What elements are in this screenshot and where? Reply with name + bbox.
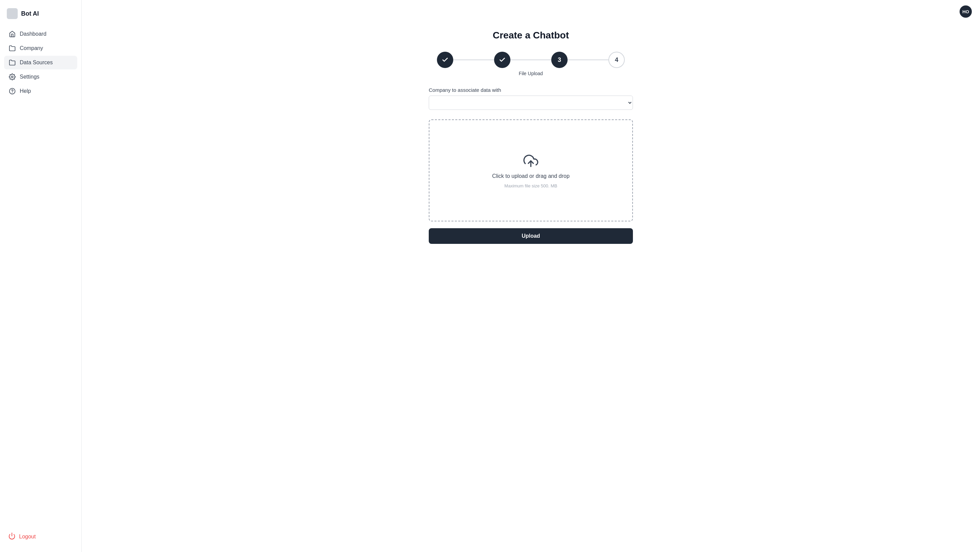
user-avatar: HO <box>959 5 972 18</box>
sidebar-item-dashboard-label: Dashboard <box>20 31 46 37</box>
folder-icon-company <box>9 45 16 52</box>
sidebar-item-data-sources[interactable]: Data Sources <box>4 56 77 70</box>
step-4-number: 4 <box>615 57 618 63</box>
logout-icon <box>8 532 16 541</box>
sidebar-item-company[interactable]: Company <box>4 41 77 55</box>
upload-subtext: Maximum file size 500. MB <box>504 183 557 189</box>
company-field-label: Company to associate data with <box>429 87 633 93</box>
step-4: 4 <box>608 52 625 68</box>
logout-button[interactable]: Logout <box>8 532 73 541</box>
content-area: Create a Chatbot 3 <box>82 23 980 552</box>
folder-icon-data-sources <box>9 59 16 66</box>
upload-button[interactable]: Upload <box>429 228 633 244</box>
sidebar-item-help-label: Help <box>20 88 31 94</box>
page-title: Create a Chatbot <box>493 30 569 41</box>
app-logo <box>7 8 18 19</box>
sidebar-item-settings[interactable]: Settings <box>4 70 77 84</box>
help-icon <box>9 88 16 95</box>
home-icon <box>9 31 16 37</box>
sidebar-header: Bot AI <box>0 5 81 27</box>
sidebar-item-help[interactable]: Help <box>4 84 77 98</box>
step-line-1-2 <box>453 60 494 60</box>
logout-label: Logout <box>19 534 36 540</box>
upload-area[interactable]: Click to upload or drag and drop Maximum… <box>429 119 633 221</box>
upload-text: Click to upload or drag and drop <box>492 173 570 179</box>
sidebar-item-data-sources-label: Data Sources <box>20 60 53 66</box>
step-label: File Upload <box>519 71 543 76</box>
company-select[interactable] <box>429 95 633 110</box>
sidebar: Bot AI Dashboard Company <box>0 0 82 552</box>
app-title: Bot AI <box>21 10 39 17</box>
svg-point-0 <box>11 76 13 78</box>
sidebar-item-dashboard[interactable]: Dashboard <box>4 27 77 41</box>
steps-container: 3 4 <box>437 52 625 68</box>
form-container: Company to associate data with Click to … <box>429 87 633 244</box>
step-3-number: 3 <box>558 57 561 63</box>
sidebar-item-settings-label: Settings <box>20 74 40 80</box>
step-line-3-4 <box>568 60 608 60</box>
step-2 <box>494 52 511 68</box>
step-3: 3 <box>551 52 568 68</box>
step-1 <box>437 52 453 68</box>
topbar: HO <box>82 0 980 23</box>
upload-icon <box>523 153 539 169</box>
sidebar-item-company-label: Company <box>20 45 43 51</box>
sidebar-footer: Logout <box>0 527 81 547</box>
step-line-2-3 <box>511 60 551 60</box>
sidebar-nav: Dashboard Company Data Sources <box>0 27 81 527</box>
gear-icon <box>9 73 16 80</box>
main-content: HO Create a Chatbot 3 <box>82 0 980 552</box>
step-label-row: File Upload <box>519 71 543 76</box>
